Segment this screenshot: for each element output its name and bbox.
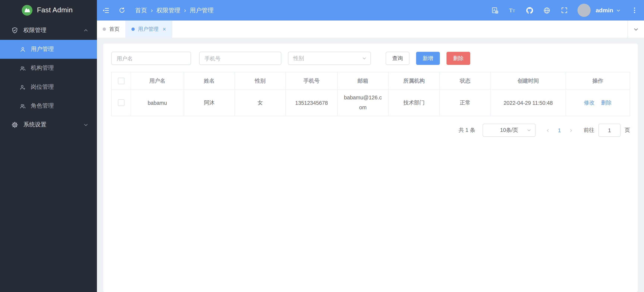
column-header-actions: 操作 [566, 72, 630, 90]
svg-text:T: T [509, 7, 512, 13]
tabs-dropdown-button[interactable] [628, 20, 644, 38]
user-table: 用户名 姓名 性别 手机号 邮箱 所属机构 状态 创建时间 操作 [111, 72, 630, 116]
header-checkbox-cell [112, 72, 131, 90]
svg-text:T: T [513, 8, 515, 13]
cell-status: 正常 [440, 89, 490, 116]
avatar[interactable] [578, 4, 591, 17]
header-actions: A TT admin [491, 4, 638, 17]
edit-link[interactable]: 修改 [584, 100, 594, 106]
gear-icon [11, 121, 18, 129]
sidebar-group-system-settings[interactable]: 系统设置 [0, 116, 97, 134]
cell-gender: 女 [235, 89, 286, 116]
chevron-down-icon [633, 26, 639, 32]
chevron-down-icon [616, 8, 621, 13]
collapse-sidebar-icon[interactable] [102, 6, 110, 14]
app-window: Fast Admin 权限管理 用户管理 [0, 0, 644, 292]
tab-label: 用户管理 [138, 26, 158, 33]
column-header-phone: 手机号 [286, 72, 338, 90]
sidebar-group-label: 系统设置 [24, 121, 46, 129]
cell-org: 技术部门 [388, 89, 440, 116]
sidebar-menu: 权限管理 用户管理 机构管理 岗位管 [0, 20, 97, 134]
sidebar-item-role-management[interactable]: 角色管理 [0, 96, 97, 116]
add-button[interactable]: 新增 [416, 52, 440, 65]
goto-page-input[interactable] [598, 124, 620, 137]
cell-username: babamu [131, 89, 184, 116]
chevron-down-icon [526, 128, 532, 132]
column-header-org: 所属机构 [388, 72, 440, 90]
breadcrumb-separator: › [184, 7, 186, 14]
page-unit-label: 页 [624, 126, 630, 134]
kebab-menu-icon[interactable] [630, 6, 638, 14]
translate-icon[interactable]: A [491, 6, 499, 14]
main-area: 首页 › 权限管理 › 用户管理 A TT [97, 0, 644, 292]
app-logo: Fast Admin [0, 0, 97, 20]
sidebar-item-label: 角色管理 [31, 102, 54, 110]
breadcrumb-item-home[interactable]: 首页 [135, 6, 147, 14]
user-menu[interactable]: admin [596, 7, 621, 14]
chevron-up-icon [83, 28, 89, 34]
search-toolbar: 性别 查询 新增 删除 [111, 52, 630, 65]
user-plus-icon [20, 84, 26, 90]
row-checkbox-cell [112, 89, 131, 116]
cell-phone: 13512345678 [286, 89, 338, 116]
phone-input[interactable] [199, 52, 281, 65]
prev-page-button[interactable]: ‹ [542, 127, 553, 134]
pagination: 共 1 条 10条/页 ‹ 1 › 前往 页 [111, 124, 630, 137]
close-icon[interactable]: × [162, 26, 166, 32]
sidebar-item-post-management[interactable]: 岗位管理 [0, 78, 97, 96]
delete-button[interactable]: 删除 [446, 52, 470, 65]
top-header: 首页 › 权限管理 › 用户管理 A TT [97, 0, 644, 20]
column-header-email: 邮箱 [338, 72, 388, 90]
gender-select-placeholder: 性别 [293, 55, 304, 62]
table-header-row: 用户名 姓名 性别 手机号 邮箱 所属机构 状态 创建时间 操作 [112, 72, 630, 90]
next-page-button[interactable]: › [566, 127, 576, 134]
select-all-checkbox[interactable] [118, 78, 124, 84]
page-size-value: 10条/页 [500, 126, 518, 134]
globe-icon[interactable] [543, 6, 551, 14]
breadcrumb: 首页 › 权限管理 › 用户管理 [135, 6, 214, 14]
column-header-gender: 性别 [235, 72, 286, 90]
logo-mountain-icon [22, 5, 32, 16]
gender-select[interactable]: 性别 [288, 52, 371, 65]
sidebar-item-user-management[interactable]: 用户管理 [0, 40, 97, 59]
user-management-panel: 性别 查询 新增 删除 [103, 44, 638, 292]
page-number-1[interactable]: 1 [553, 127, 566, 133]
page-content: 性别 查询 新增 删除 [97, 38, 644, 292]
users-icon [20, 65, 26, 72]
column-header-created: 创建时间 [490, 72, 566, 90]
refresh-icon[interactable] [118, 6, 126, 14]
github-icon[interactable] [526, 6, 534, 14]
tab-user-management[interactable]: 用户管理 × [126, 20, 172, 38]
fullscreen-icon[interactable] [560, 6, 568, 14]
cell-actions: 修改 删除 [566, 89, 630, 116]
tab-bar: 首页 用户管理 × [97, 20, 644, 38]
sidebar-item-org-management[interactable]: 机构管理 [0, 59, 97, 78]
column-header-status: 状态 [440, 72, 490, 90]
page-size-select[interactable]: 10条/页 [483, 124, 536, 137]
total-count-label: 共 1 条 [459, 126, 475, 134]
cell-name: 阿沐 [184, 89, 235, 116]
breadcrumb-item-user-management[interactable]: 用户管理 [190, 6, 214, 14]
sidebar-item-label: 用户管理 [31, 46, 54, 53]
cell-created: 2022-04-29 11:50:48 [490, 89, 566, 116]
font-size-icon[interactable]: TT [509, 6, 516, 14]
row-checkbox[interactable] [118, 100, 124, 106]
sidebar: Fast Admin 权限管理 用户管理 [0, 0, 97, 292]
chevron-down-icon [83, 122, 89, 128]
search-button[interactable]: 查询 [386, 52, 410, 65]
goto-label: 前往 [584, 126, 594, 134]
chevron-down-icon [362, 56, 367, 61]
tab-home[interactable]: 首页 [97, 20, 126, 38]
table-row: babamu 阿沐 女 13512345678 babamu@126.com 技… [112, 89, 630, 116]
column-header-name: 姓名 [184, 72, 235, 90]
cell-email: babamu@126.com [338, 89, 388, 116]
user-icon [20, 46, 26, 53]
sidebar-group-label: 权限管理 [24, 27, 46, 34]
sidebar-group-permissions[interactable]: 权限管理 [0, 21, 97, 40]
users-icon [20, 102, 26, 110]
breadcrumb-item-permissions[interactable]: 权限管理 [156, 6, 180, 14]
username-input[interactable] [111, 52, 191, 65]
pager: ‹ 1 › [542, 127, 576, 134]
sidebar-item-label: 机构管理 [31, 64, 54, 72]
delete-link[interactable]: 删除 [601, 100, 612, 106]
